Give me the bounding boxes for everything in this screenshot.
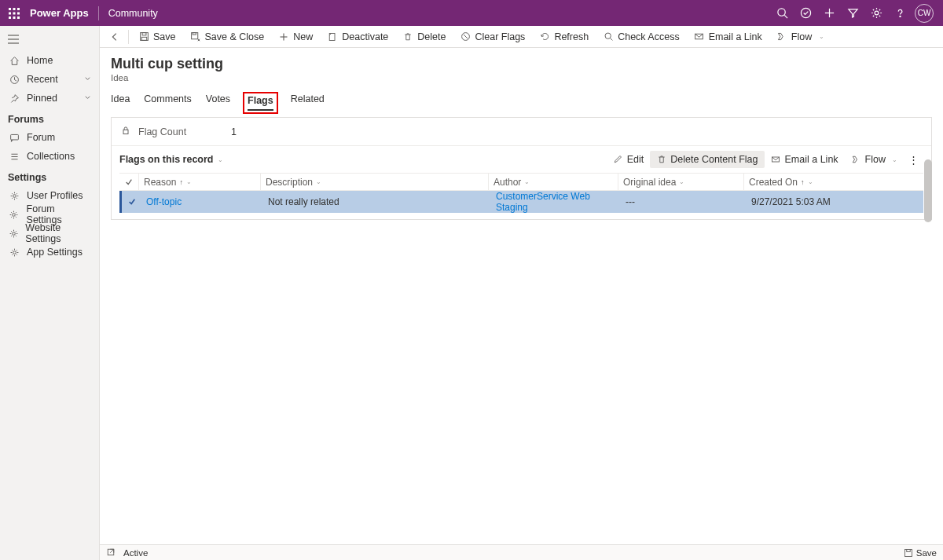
cmd-check-access[interactable]: Check Access xyxy=(596,26,686,47)
svg-rect-30 xyxy=(141,37,147,40)
svg-rect-41 xyxy=(123,130,128,134)
nav-forum-settings[interactable]: Forum Settings xyxy=(0,205,99,224)
avatar[interactable]: CW xyxy=(915,4,934,23)
check-access-icon xyxy=(603,31,614,42)
tab-idea[interactable]: Idea xyxy=(111,93,130,112)
chevron-down-icon[interactable]: ⌄ xyxy=(218,156,223,163)
cell-author[interactable]: CustomerService Web Staging xyxy=(496,191,616,213)
nav-section-forums: Forums xyxy=(0,108,99,128)
col-reason[interactable]: Reason↑⌄ xyxy=(139,174,261,190)
svg-rect-20 xyxy=(10,134,18,140)
footer-save-button[interactable]: Save xyxy=(904,548,937,558)
subgrid-title[interactable]: Flags on this record xyxy=(119,154,213,165)
col-created-on[interactable]: Created On↑⌄ xyxy=(744,174,923,190)
col-description[interactable]: Description⌄ xyxy=(261,174,489,190)
cmd-label: Refresh xyxy=(554,31,589,42)
save-icon xyxy=(138,31,149,42)
chat-icon xyxy=(8,131,20,144)
btn-label: Flow xyxy=(865,154,886,165)
cmd-flow[interactable]: Flow⌄ xyxy=(770,26,831,47)
chevron-down-icon: ⌄ xyxy=(524,178,530,185)
gear-icon xyxy=(8,189,20,202)
add-icon[interactable] xyxy=(817,2,841,25)
cmd-label: Flow xyxy=(791,31,812,42)
search-icon[interactable] xyxy=(770,2,794,25)
nav-collapse-button[interactable] xyxy=(0,30,99,51)
tab-comments[interactable]: Comments xyxy=(144,93,191,112)
chevron-down-icon: ⌄ xyxy=(186,178,192,185)
cmd-delete[interactable]: Delete xyxy=(396,26,452,47)
subgrid-delete-content-flag-button[interactable]: Delete Content Flag xyxy=(650,151,764,168)
app-launcher-icon[interactable] xyxy=(6,5,22,21)
global-header: Power Apps Community CW xyxy=(0,0,943,26)
back-button[interactable] xyxy=(105,31,125,42)
nav-forum[interactable]: Forum xyxy=(0,128,99,147)
app-area[interactable]: Community xyxy=(108,8,158,19)
flow-icon xyxy=(776,31,787,42)
subgrid-flow-button[interactable]: Flow⌄ xyxy=(845,151,904,168)
task-icon[interactable] xyxy=(794,2,817,25)
cmd-save-close[interactable]: Save & Close xyxy=(184,26,271,47)
chevron-down-icon: ⌄ xyxy=(892,156,897,163)
main-region: Save Save & Close New Deactivate Delete … xyxy=(100,26,943,560)
grid-row[interactable]: Off-topic Not really related CustomerSer… xyxy=(119,191,923,213)
svg-rect-0 xyxy=(9,8,11,10)
sort-asc-icon: ↑ xyxy=(179,178,183,186)
row-checkbox[interactable] xyxy=(122,191,141,213)
gear-icon xyxy=(8,246,20,258)
open-in-new-icon[interactable] xyxy=(106,547,116,558)
nav-app-settings[interactable]: App Settings xyxy=(0,243,99,262)
col-label: Author xyxy=(494,177,521,188)
svg-rect-4 xyxy=(13,12,16,14)
nav-collections[interactable]: Collections xyxy=(0,147,99,166)
subgrid-email-link-button[interactable]: Email a Link xyxy=(765,151,845,168)
tab-related[interactable]: Related xyxy=(291,93,325,112)
nav-label: Collections xyxy=(27,151,75,162)
col-original-idea[interactable]: Original idea⌄ xyxy=(618,174,744,190)
nav-pinned[interactable]: Pinned xyxy=(0,89,99,108)
cmd-label: Email a Link xyxy=(709,31,762,42)
plus-icon xyxy=(278,31,289,42)
cmd-label: Clear Flags xyxy=(475,31,525,42)
cmd-deactivate[interactable]: Deactivate xyxy=(321,26,394,47)
cmd-new[interactable]: New xyxy=(272,26,319,47)
svg-point-38 xyxy=(605,33,611,38)
svg-rect-5 xyxy=(17,12,20,14)
cmd-email-link[interactable]: Email a Link xyxy=(688,26,769,47)
scrollbar-thumb[interactable] xyxy=(924,159,932,222)
svg-line-10 xyxy=(784,15,787,18)
flag-count-label: Flag Count xyxy=(138,126,209,137)
home-icon xyxy=(8,54,20,67)
cmd-clear-flags[interactable]: Clear Flags xyxy=(453,26,531,47)
tab-flags[interactable]: Flags xyxy=(248,95,273,111)
vertical-scrollbar[interactable] xyxy=(924,159,932,522)
more-commands-button[interactable]: ⋮ xyxy=(904,154,923,166)
cell-original-idea: --- xyxy=(626,196,635,207)
svg-point-15 xyxy=(899,16,900,16)
svg-point-11 xyxy=(801,8,810,17)
cmd-save[interactable]: Save xyxy=(132,26,182,47)
page-title: Multi cup setting xyxy=(111,56,932,72)
cmd-label: Save & Close xyxy=(205,31,265,42)
sort-asc-icon: ↑ xyxy=(801,178,805,186)
help-icon[interactable] xyxy=(888,2,912,25)
cmd-refresh[interactable]: Refresh xyxy=(533,26,595,47)
subgrid-edit-button[interactable]: Edit xyxy=(607,151,651,168)
nav-home[interactable]: Home xyxy=(0,51,99,70)
settings-icon[interactable] xyxy=(864,2,888,25)
col-label: Created On xyxy=(749,177,798,188)
nav-website-settings[interactable]: Website Settings xyxy=(0,224,99,243)
cell-reason[interactable]: Off-topic xyxy=(146,196,182,207)
col-author[interactable]: Author⌄ xyxy=(489,174,618,190)
nav-label: Recent xyxy=(27,74,58,85)
nav-user-profiles[interactable]: User Profiles xyxy=(0,186,99,205)
svg-rect-29 xyxy=(142,33,146,35)
tab-label: Idea xyxy=(111,93,130,104)
command-bar: Save Save & Close New Deactivate Delete … xyxy=(100,26,943,48)
col-select-all[interactable] xyxy=(119,174,139,190)
filter-icon[interactable] xyxy=(841,2,864,25)
svg-point-27 xyxy=(13,251,16,254)
trash-icon xyxy=(402,31,413,42)
nav-recent[interactable]: Recent xyxy=(0,70,99,89)
tab-votes[interactable]: Votes xyxy=(206,93,230,112)
